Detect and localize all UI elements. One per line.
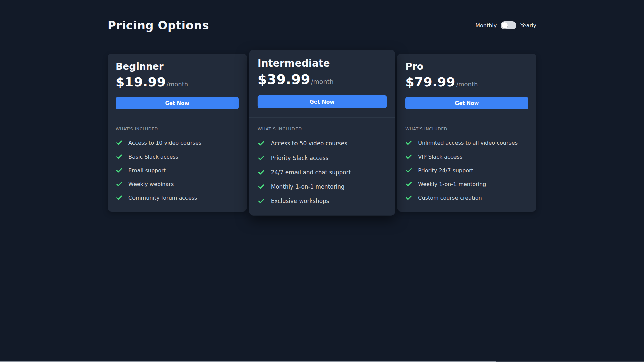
feature-item: Exclusive workshops bbox=[258, 197, 387, 205]
feature-item: VIP Slack access bbox=[405, 153, 528, 160]
feature-text: Access to 10 video courses bbox=[128, 140, 201, 146]
card-top: Intermediate$39.99/monthGet Now bbox=[249, 50, 395, 117]
billing-toggle[interactable] bbox=[501, 21, 516, 29]
feature-list: Unlimited access to all video coursesVIP… bbox=[405, 139, 528, 201]
card-top: Beginner$19.99/monthGet Now bbox=[108, 54, 247, 118]
check-icon bbox=[116, 181, 123, 188]
feature-text: Community forum access bbox=[128, 195, 197, 201]
check-icon bbox=[405, 194, 412, 201]
feature-item: Basic Slack access bbox=[116, 153, 239, 160]
feature-item: 24/7 email and chat support bbox=[258, 169, 387, 176]
page-header: Pricing Options Monthly Yearly bbox=[108, 19, 536, 32]
plan-period: /month bbox=[311, 78, 334, 85]
feature-item: Access to 50 video courses bbox=[258, 140, 387, 147]
check-icon bbox=[258, 183, 265, 190]
check-icon bbox=[258, 140, 265, 147]
feature-item: Weekly 1-on-1 mentoring bbox=[405, 181, 528, 188]
billing-period-switcher: Monthly Yearly bbox=[475, 21, 536, 29]
plan-name: Pro bbox=[405, 61, 528, 72]
feature-list: Access to 50 video coursesPriority Slack… bbox=[258, 140, 387, 205]
pricing-card-beginner: Beginner$19.99/monthGet NowWHAT'S INCLUD… bbox=[108, 54, 247, 212]
monthly-label[interactable]: Monthly bbox=[475, 22, 497, 29]
check-icon bbox=[258, 197, 265, 205]
feature-text: Monthly 1-on-1 mentoring bbox=[271, 183, 344, 190]
check-icon bbox=[258, 169, 265, 176]
check-icon bbox=[405, 181, 412, 188]
toggle-knob-icon bbox=[502, 22, 508, 28]
feature-text: Unlimited access to all video courses bbox=[418, 140, 518, 146]
check-icon bbox=[405, 139, 412, 146]
check-icon bbox=[405, 153, 412, 160]
feature-item: Unlimited access to all video courses bbox=[405, 139, 528, 146]
feature-text: Priority 24/7 support bbox=[418, 167, 473, 174]
check-icon bbox=[116, 167, 123, 174]
pricing-card-pro: Pro$79.99/monthGet NowWHAT'S INCLUDEDUnl… bbox=[397, 54, 536, 212]
features-heading: WHAT'S INCLUDED bbox=[116, 126, 239, 131]
pricing-page: Pricing Options Monthly Yearly Beginner$… bbox=[108, 0, 536, 212]
feature-list: Access to 10 video coursesBasic Slack ac… bbox=[116, 139, 239, 201]
price-row: $39.99/month bbox=[258, 72, 387, 87]
plan-price: $19.99 bbox=[116, 75, 166, 89]
plan-period: /month bbox=[167, 81, 189, 88]
feature-text: 24/7 email and chat support bbox=[271, 169, 351, 176]
check-icon bbox=[116, 153, 123, 160]
check-icon bbox=[116, 139, 123, 146]
feature-text: Basic Slack access bbox=[128, 154, 178, 160]
check-icon bbox=[405, 167, 412, 174]
pricing-cards: Beginner$19.99/monthGet NowWHAT'S INCLUD… bbox=[108, 54, 536, 212]
plan-price: $39.99 bbox=[258, 72, 310, 87]
check-icon bbox=[116, 194, 123, 201]
get-now-button[interactable]: Get Now bbox=[405, 97, 528, 109]
feature-item: Access to 10 video courses bbox=[116, 139, 239, 146]
feature-text: Weekly 1-on-1 mentoring bbox=[418, 181, 486, 187]
feature-text: Priority Slack access bbox=[271, 155, 328, 161]
feature-item: Priority Slack access bbox=[258, 154, 387, 162]
plan-period: /month bbox=[456, 81, 478, 88]
feature-item: Email support bbox=[116, 167, 239, 174]
plan-price: $79.99 bbox=[405, 75, 455, 89]
yearly-label[interactable]: Yearly bbox=[520, 22, 536, 29]
plan-name: Intermediate bbox=[258, 57, 387, 69]
features-heading: WHAT'S INCLUDED bbox=[405, 126, 528, 131]
feature-text: Exclusive workshops bbox=[271, 198, 329, 204]
feature-text: Access to 50 video courses bbox=[271, 140, 347, 147]
features-heading: WHAT'S INCLUDED bbox=[258, 126, 387, 131]
feature-item: Custom course creation bbox=[405, 194, 528, 201]
page-title: Pricing Options bbox=[108, 19, 209, 32]
price-row: $19.99/month bbox=[116, 75, 239, 89]
get-now-button[interactable]: Get Now bbox=[258, 95, 387, 108]
card-top: Pro$79.99/monthGet Now bbox=[397, 54, 536, 118]
feature-text: Weekly webinars bbox=[128, 181, 174, 187]
features-section: WHAT'S INCLUDEDAccess to 50 video course… bbox=[249, 117, 395, 216]
feature-text: Custom course creation bbox=[418, 195, 482, 201]
check-icon bbox=[258, 154, 265, 162]
plan-name: Beginner bbox=[116, 61, 239, 72]
features-section: WHAT'S INCLUDEDUnlimited access to all v… bbox=[397, 118, 536, 212]
feature-item: Community forum access bbox=[116, 194, 239, 201]
pricing-card-intermediate: Intermediate$39.99/monthGet NowWHAT'S IN… bbox=[249, 50, 395, 216]
feature-text: VIP Slack access bbox=[418, 154, 462, 160]
price-row: $79.99/month bbox=[405, 75, 528, 89]
feature-item: Priority 24/7 support bbox=[405, 167, 528, 174]
feature-text: Email support bbox=[128, 167, 166, 174]
features-section: WHAT'S INCLUDEDAccess to 10 video course… bbox=[108, 118, 247, 212]
feature-item: Monthly 1-on-1 mentoring bbox=[258, 183, 387, 190]
feature-item: Weekly webinars bbox=[116, 181, 239, 188]
get-now-button[interactable]: Get Now bbox=[116, 97, 239, 109]
